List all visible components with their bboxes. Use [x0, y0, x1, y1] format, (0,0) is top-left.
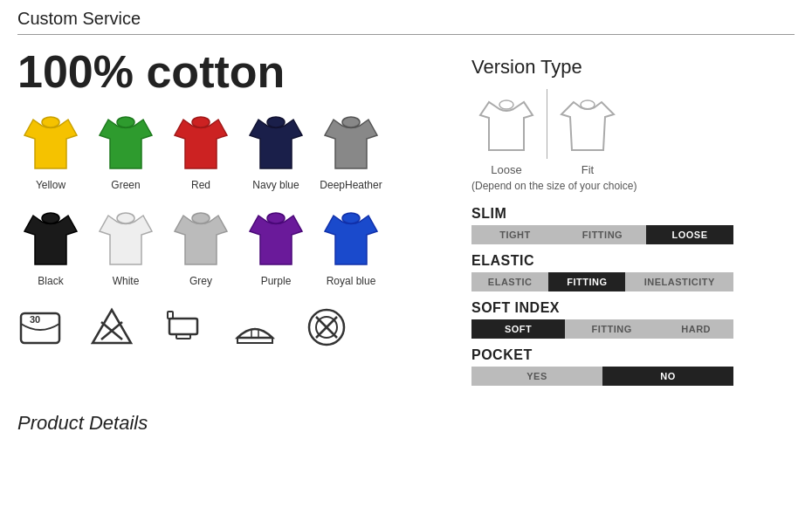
svg-marker-12: [93, 310, 131, 343]
attr-section-soft-index: SOFT INDEXSOFTFITTINGHARD: [471, 300, 795, 339]
loose-version: Loose: [471, 93, 541, 176]
color-item-red[interactable]: Red: [168, 113, 234, 191]
bar-segment: FITTING: [559, 225, 646, 244]
cotton-label: 100% cotton: [17, 47, 454, 97]
attr-title: ELASTIC: [471, 253, 795, 269]
color-label: Black: [38, 275, 63, 287]
attr-section-elastic: ELASTICELASTICFITTINGINELASTICITY: [471, 253, 795, 291]
fit-version: Fit: [553, 93, 623, 176]
no-bleach-icon: [89, 305, 134, 350]
color-row-1: Yellow Green Red Navy blue DeepHeather: [17, 113, 454, 191]
color-item-grey[interactable]: Grey: [168, 209, 234, 287]
depend-text: (Depend on the size of your choice): [471, 180, 795, 192]
bar-row: YESNO: [471, 367, 733, 386]
color-item-purple[interactable]: Purple: [243, 209, 309, 287]
svg-point-5: [42, 213, 59, 223]
color-item-deepheather[interactable]: DeepHeather: [318, 113, 384, 191]
care-icons: 30: [17, 305, 454, 350]
svg-point-9: [342, 213, 360, 223]
svg-point-24: [581, 100, 595, 109]
svg-rect-16: [176, 334, 190, 339]
loose-label: Loose: [491, 163, 521, 176]
version-type-title: Version Type: [471, 56, 795, 79]
color-label: Yellow: [36, 179, 65, 191]
attr-title: SOFT INDEX: [471, 300, 795, 316]
color-item-green[interactable]: Green: [93, 113, 159, 191]
bar-segment: YES: [471, 367, 602, 386]
bar-segment: FITTING: [565, 319, 658, 339]
color-item-yellow[interactable]: Yellow: [17, 113, 84, 191]
svg-point-6: [117, 213, 134, 223]
main-content: 100% cotton Yellow Green Red Navy blue D…: [17, 47, 795, 394]
svg-point-2: [192, 117, 210, 127]
color-row-2: Black White Grey Purple Royal blue: [17, 209, 454, 287]
version-divider: [547, 89, 547, 159]
no-tumble-icon: [304, 305, 349, 350]
attr-section-pocket: POCKETYESNO: [471, 347, 795, 386]
page-title: Custom Service: [17, 9, 795, 35]
bar-row: SOFTFITTINGHARD: [471, 319, 733, 339]
attr-section-slim: SLIMTIGHTFITTINGLOOSE: [471, 206, 795, 244]
attr-title: POCKET: [471, 347, 795, 363]
svg-rect-18: [251, 329, 258, 338]
fit-tshirt-icon: [553, 93, 623, 163]
svg-point-23: [499, 100, 513, 109]
color-label: Navy blue: [252, 179, 299, 191]
iron-icon: [161, 305, 206, 350]
bar-segment: TIGHT: [471, 225, 559, 244]
bar-segment: INELASTICITY: [625, 272, 733, 291]
color-label: Grey: [189, 275, 212, 287]
version-type-images: Loose Fit: [471, 89, 795, 176]
color-label: Purple: [261, 275, 292, 287]
color-label: DeepHeather: [320, 179, 382, 191]
bar-segment: FITTING: [548, 272, 625, 291]
page-wrapper: Custom Service 100% cotton Yellow Green …: [0, 0, 812, 443]
right-panel: Version Type Loose: [471, 47, 795, 394]
left-panel: 100% cotton Yellow Green Red Navy blue D…: [17, 47, 454, 394]
wash-icon: 30: [17, 305, 63, 350]
svg-point-1: [117, 117, 134, 127]
svg-point-8: [267, 213, 285, 223]
loose-tshirt-icon: [471, 93, 541, 163]
color-label: Royal blue: [327, 275, 376, 287]
bar-row: ELASTICFITTINGINELASTICITY: [471, 272, 733, 291]
bar-segment: LOOSE: [646, 225, 733, 244]
attributes-container: SLIMTIGHTFITTINGLOOSEELASTICELASTICFITTI…: [471, 206, 795, 386]
color-label: Red: [191, 179, 210, 191]
svg-rect-17: [168, 312, 173, 319]
color-item-royal-blue[interactable]: Royal blue: [318, 209, 384, 287]
bar-segment: ELASTIC: [471, 272, 548, 291]
svg-point-3: [267, 117, 285, 127]
color-item-navy-blue[interactable]: Navy blue: [243, 113, 309, 191]
bar-segment: HARD: [658, 319, 733, 339]
svg-point-4: [342, 117, 360, 127]
product-details-title: Product Details: [17, 412, 795, 435]
svg-point-7: [192, 213, 210, 223]
svg-rect-15: [169, 319, 197, 334]
bar-row: TIGHTFITTINGLOOSE: [471, 225, 733, 244]
fit-label: Fit: [581, 163, 594, 176]
color-item-black[interactable]: Black: [17, 209, 84, 287]
color-item-white[interactable]: White: [93, 209, 159, 287]
svg-point-0: [42, 117, 59, 127]
attr-title: SLIM: [471, 206, 795, 222]
color-label: Green: [111, 179, 140, 191]
low-iron-icon: [232, 305, 278, 350]
color-label: White: [113, 275, 140, 287]
bar-segment: SOFT: [471, 319, 565, 339]
bar-segment: NO: [602, 367, 733, 386]
svg-text:30: 30: [30, 314, 40, 325]
